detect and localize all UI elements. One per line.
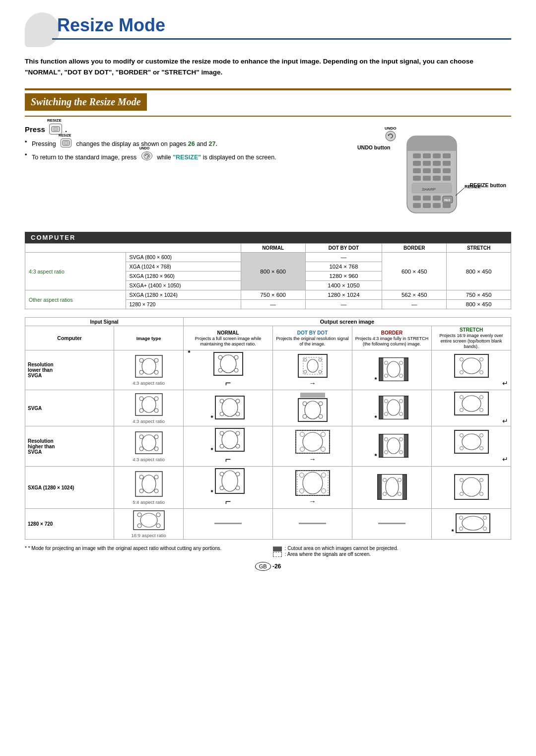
remote-illustration: UNDO UNDO button SHARP (357, 124, 506, 223)
svg-point-75 (154, 397, 158, 401)
svg-point-144 (236, 472, 240, 476)
resize-icon-inline (61, 138, 71, 147)
row4-image-type: 5:4 aspect ratio (114, 467, 184, 509)
svg-point-44 (139, 370, 143, 374)
svg-point-67 (462, 358, 481, 374)
svg-point-49 (234, 355, 238, 359)
svg-point-172 (156, 524, 160, 528)
svg-rect-18 (423, 161, 431, 166)
svg-point-159 (383, 492, 386, 496)
svg-point-56 (319, 358, 322, 361)
page-26-link: 26 (188, 140, 195, 147)
svg-point-171 (137, 524, 141, 528)
svg-point-165 (460, 492, 463, 496)
svg-point-160 (398, 492, 401, 496)
footnote-legend: : Cutout area on which images cannot be … (273, 546, 511, 557)
svg-point-146 (236, 486, 240, 490)
dots-legend-text: : Area where the signals are off screen. (285, 551, 371, 557)
svg-rect-21 (413, 168, 421, 173)
detail-row-4: SXGA (1280 × 1024) 5:4 aspect ratio * (25, 467, 511, 509)
svg-rect-25 (413, 176, 421, 181)
row1-aspect-label: 4:3 aspect ratio (117, 380, 181, 386)
row4-border-cell (352, 467, 432, 509)
row1-sub2: XGA (1024 × 768) (126, 262, 241, 272)
svg-rect-34 (413, 203, 421, 208)
svg-point-108 (154, 447, 158, 451)
row1-dot4: 1400 × 1050 (305, 281, 382, 290)
svg-point-150 (299, 473, 304, 478)
svg-point-125 (385, 437, 388, 441)
page-num-text: -26 (272, 563, 281, 570)
normal-col-header: NORMAL Projects a full screen image whil… (184, 326, 273, 350)
row2-aspect-label: 4:3 aspect ratio (117, 418, 181, 424)
row1-dot3: 1280 × 960 (305, 272, 382, 281)
row2-sub2: 1280 × 720 (126, 300, 241, 309)
row5-aspect-label: 16:9 aspect ratio (117, 533, 181, 538)
svg-point-120 (300, 447, 304, 452)
stretch-col-header: STRETCH Projects 16:9 image evenly over … (432, 326, 511, 350)
svg-point-79 (222, 399, 238, 416)
svg-point-93 (385, 399, 388, 403)
svg-point-177 (460, 527, 463, 531)
svg-point-41 (142, 358, 156, 374)
svg-point-110 (222, 431, 238, 449)
svg-point-100 (479, 396, 483, 399)
svg-text:SHARP: SHARP (422, 187, 436, 192)
svg-point-51 (234, 368, 238, 372)
resize-quoted: "RESIZE" (173, 154, 201, 161)
asterisk-symbol: * (25, 546, 28, 551)
title-area: Resize Mode (25, 15, 511, 47)
svg-point-101 (460, 409, 463, 412)
svg-rect-35 (423, 203, 431, 208)
row5-image-type: 16:9 aspect ratio (114, 509, 184, 540)
svg-point-89 (319, 414, 323, 418)
dotbydot-desc: Projects the original resolution signal … (276, 336, 349, 346)
svg-rect-26 (423, 176, 431, 181)
section-left: Press RESIZE . Pressing RESIZE (25, 124, 337, 223)
svg-point-178 (483, 527, 487, 531)
col-border: BORDER (382, 244, 447, 253)
svg-point-153 (321, 489, 326, 493)
row1-stretch: 800 × 450 (447, 253, 511, 290)
footnote-asterisk: * * Mode for projecting an image with th… (25, 546, 263, 557)
row3-image-type: 4:3 aspect ratio (114, 426, 184, 467)
row2-stretch1: 750 × 450 (447, 290, 511, 300)
row1-label: 4:3 aspect ratio (25, 253, 126, 290)
page-number-badge: GB (255, 562, 271, 571)
svg-rect-1 (54, 128, 58, 131)
computer-col-header: Computer (25, 326, 114, 350)
svg-point-162 (462, 478, 481, 496)
row2-border1: 562 × 450 (382, 290, 447, 300)
svg-point-163 (460, 479, 463, 482)
detail-row-2: SVGA 4:3 aspect ratio * (25, 390, 511, 426)
bullet-list: Pressing RESIZE changes the display as s… (25, 138, 337, 161)
svg-point-118 (300, 432, 304, 437)
page-27-link: 27. (208, 140, 217, 147)
svg-point-65 (400, 374, 403, 378)
svg-point-140 (154, 489, 158, 493)
svg-point-4 (144, 153, 150, 159)
row3-border-cell: * (352, 426, 432, 467)
svg-point-107 (139, 447, 143, 451)
svg-point-82 (220, 412, 224, 416)
row2-sub1: SXGA (1280 × 1024) (126, 290, 241, 300)
row3-aspect-label: 4:3 aspect ratio (117, 457, 181, 462)
svg-point-143 (220, 472, 224, 476)
svg-point-113 (220, 444, 224, 448)
svg-point-121 (321, 447, 325, 452)
legend-solid: : Cutout area on which images cannot be … (273, 546, 511, 551)
svg-point-152 (299, 489, 304, 493)
bullet-1: Pressing RESIZE changes the display as s… (25, 138, 337, 147)
svg-point-168 (140, 513, 157, 527)
svg-point-45 (154, 370, 158, 374)
image-type-col-header: Image type (114, 326, 184, 350)
svg-rect-23 (433, 168, 441, 173)
stretch-desc: Projects 16:9 image evenly over entire s… (439, 333, 503, 349)
press-line: Press RESIZE . (25, 124, 337, 135)
detail-row-5: 1280 × 720 16:9 aspect ratio (25, 509, 511, 540)
svg-rect-17 (413, 161, 421, 166)
undo-icon-inline (141, 151, 152, 160)
row2-dotbydot-cell (273, 390, 352, 426)
svg-point-87 (319, 402, 323, 406)
row1-sub1: SVGA (800 × 600) (126, 253, 241, 262)
